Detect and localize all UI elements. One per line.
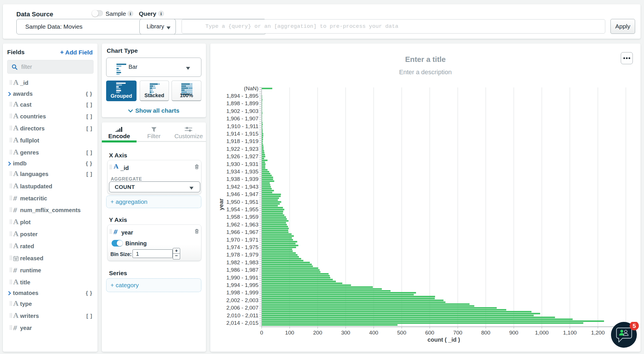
svg-text:1,966 - 1,967: 1,966 - 1,967 (226, 229, 258, 235)
svg-text:700: 700 (453, 330, 462, 336)
svg-text:500: 500 (397, 330, 406, 336)
svg-text:1,930 - 1,931: 1,930 - 1,931 (226, 161, 258, 167)
svg-text:1,902 - 1,903: 1,902 - 1,903 (226, 108, 258, 114)
svg-text:1,918 - 1,919: 1,918 - 1,919 (226, 138, 258, 144)
svg-text:0: 0 (260, 330, 263, 336)
svg-text:1,974 - 1,975: 1,974 - 1,975 (226, 244, 258, 250)
svg-text:1,914 - 1,915: 1,914 - 1,915 (226, 131, 258, 137)
svg-text:1,986 - 1,987: 1,986 - 1,987 (226, 267, 258, 273)
svg-text:1,910 - 1,911: 1,910 - 1,911 (227, 123, 258, 129)
svg-text:1,970 - 1,971: 1,970 - 1,971 (226, 237, 258, 243)
svg-text:1,998 - 1,999: 1,998 - 1,999 (226, 290, 258, 296)
svg-text:1,990 - 1,991: 1,990 - 1,991 (226, 275, 258, 281)
svg-text:1,946 - 1,947: 1,946 - 1,947 (226, 191, 258, 197)
svg-text:1,200: 1,200 (591, 330, 605, 336)
svg-text:900: 900 (509, 330, 518, 336)
svg-text:1,894 - 1,895: 1,894 - 1,895 (226, 93, 258, 99)
svg-text:1,000: 1,000 (535, 330, 549, 336)
svg-text:1,994 - 1,995: 1,994 - 1,995 (226, 282, 258, 288)
svg-text:2,014 - 2,015: 2,014 - 2,015 (226, 320, 258, 326)
svg-text:1,954 - 1,955: 1,954 - 1,955 (226, 206, 258, 212)
svg-text:1,962 - 1,963: 1,962 - 1,963 (226, 222, 258, 228)
svg-text:count ( _id ): count ( _id ) (427, 337, 460, 343)
svg-text:600: 600 (425, 330, 434, 336)
svg-text:1,922 - 1,923: 1,922 - 1,923 (226, 146, 258, 152)
svg-text:(NaN): (NaN) (244, 85, 258, 91)
svg-text:1,906 - 1,907: 1,906 - 1,907 (226, 116, 258, 122)
svg-text:100: 100 (285, 330, 294, 336)
svg-text:1,942 - 1,943: 1,942 - 1,943 (226, 184, 258, 190)
svg-text:800: 800 (481, 330, 491, 336)
svg-text:1,982 - 1,983: 1,982 - 1,983 (226, 259, 258, 265)
svg-text:400: 400 (369, 330, 378, 336)
svg-text:1,958 - 1,959: 1,958 - 1,959 (226, 214, 258, 220)
svg-text:i: i (130, 11, 131, 16)
svg-text:1,950 - 1,951: 1,950 - 1,951 (226, 199, 258, 205)
svg-text:1,978 - 1,979: 1,978 - 1,979 (226, 252, 258, 258)
svg-text:1,100: 1,100 (563, 330, 577, 336)
svg-text:1,938 - 1,939: 1,938 - 1,939 (226, 176, 258, 182)
svg-text:200: 200 (313, 330, 322, 336)
svg-text:2,006 - 2,007: 2,006 - 2,007 (226, 305, 258, 311)
svg-text:i: i (160, 11, 162, 16)
svg-text:1,926 - 1,927: 1,926 - 1,927 (226, 153, 258, 159)
svg-text:2,010 - 2,011: 2,010 - 2,011 (227, 312, 258, 318)
svg-text:year: year (218, 198, 224, 210)
svg-text:5: 5 (633, 322, 636, 329)
svg-text:1,898 - 1,899: 1,898 - 1,899 (226, 100, 258, 106)
svg-text:300: 300 (341, 330, 350, 336)
svg-text:2,002 - 2,003: 2,002 - 2,003 (226, 297, 258, 303)
svg-text:1,934 - 1,935: 1,934 - 1,935 (226, 169, 258, 175)
